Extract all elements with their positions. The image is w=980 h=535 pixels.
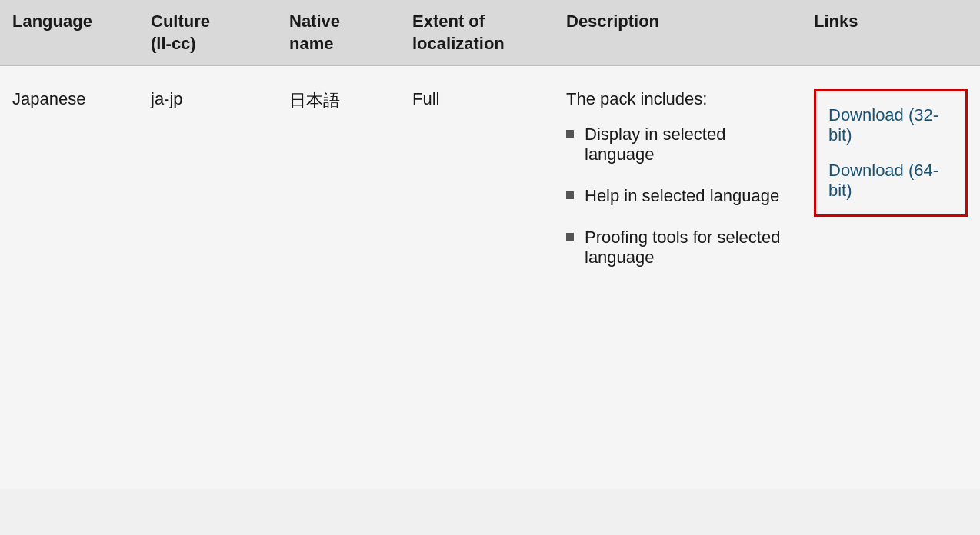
list-item: Help in selected language (566, 186, 798, 206)
col-header-native: Nativename (289, 11, 412, 55)
list-item: Display in selected language (566, 125, 798, 164)
description-item-2: Help in selected language (585, 186, 779, 206)
col-header-description: Description (566, 11, 814, 55)
download-32bit-link[interactable]: Download (32-bit) (828, 105, 953, 145)
table-row: Japanese ja-jp 日本語 Full The pack include… (0, 66, 980, 489)
cell-extent: Full (412, 89, 566, 109)
bullet-icon (566, 191, 574, 199)
download-64bit-link[interactable]: Download (64-bit) (828, 161, 953, 201)
list-item: Proofing tools for selected language (566, 228, 798, 268)
col-header-language: Language (12, 11, 151, 55)
description-item-1: Display in selected language (585, 125, 798, 164)
cell-description: The pack includes: Display in selected l… (566, 89, 814, 289)
page-container: Language Culture(ll-cc) Nativename Exten… (0, 0, 980, 489)
description-list: Display in selected language Help in sel… (566, 125, 798, 268)
cell-native-name: 日本語 (289, 89, 412, 112)
bullet-icon (566, 233, 574, 241)
links-box: Download (32-bit) Download (64-bit) (814, 89, 968, 217)
description-intro: The pack includes: (566, 89, 798, 109)
col-header-culture: Culture(ll-cc) (151, 11, 289, 55)
bullet-icon (566, 130, 574, 138)
cell-links: Download (32-bit) Download (64-bit) (814, 89, 968, 217)
table-header: Language Culture(ll-cc) Nativename Exten… (0, 0, 980, 66)
description-item-3: Proofing tools for selected language (585, 228, 798, 268)
cell-culture: ja-jp (151, 89, 289, 109)
col-header-links: Links (814, 11, 968, 55)
cell-language: Japanese (12, 89, 151, 109)
col-header-extent: Extent oflocalization (412, 11, 566, 55)
